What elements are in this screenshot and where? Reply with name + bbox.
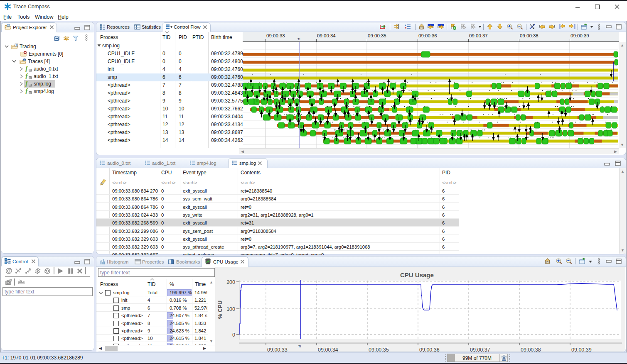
svg-text:09:00:36: 09:00:36 (419, 347, 440, 353)
svg-text:09:00:34: 09:00:34 (318, 347, 338, 353)
svg-text:09:00:39: 09:00:39 (571, 347, 592, 353)
svg-text:09:00:33: 09:00:33 (267, 347, 288, 353)
svg-text:TI: TI (298, 344, 301, 348)
svg-text:09:00:35: 09:00:35 (369, 347, 389, 353)
svg-text:100: 100 (226, 306, 235, 312)
svg-text:0: 0 (232, 332, 235, 338)
svg-text:% CPU: % CPU (217, 300, 223, 319)
svg-text:09:00:37: 09:00:37 (470, 347, 490, 353)
svg-text:09:00:38: 09:00:38 (521, 347, 541, 353)
svg-text:200: 200 (226, 279, 235, 285)
